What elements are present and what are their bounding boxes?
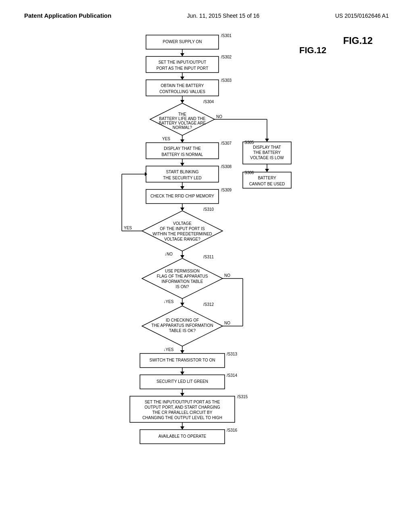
arrowhead-315-316 [180, 426, 184, 430]
label-s312: /S312 [203, 302, 214, 307]
label-s301: /S301 [221, 33, 232, 38]
arrowhead-312-313 [180, 350, 184, 353]
text-s310-4: VOLTAGE RANGE? [164, 237, 200, 241]
page-header: Patent Application Publication Jun. 11, … [0, 0, 413, 23]
arrowhead-301-302 [180, 53, 184, 56]
header-right: US 2015/0162646 A1 [335, 12, 389, 19]
text-output-2: OUTPUT PORT, AND START CHARGING [144, 405, 220, 409]
arrowhead-314-315 [180, 393, 184, 396]
arrowhead-310-311 [180, 255, 184, 258]
no-s312: NO [224, 321, 230, 325]
text-blinking-2: THE SECURITY LED [163, 176, 201, 180]
arrowhead-308-309 [180, 186, 184, 189]
label-s305: S305 [244, 140, 254, 145]
label-s311: /S311 [203, 255, 214, 259]
text-obtain-1: OBTAIN THE BATTERY [161, 83, 204, 88]
text-s311-4: IS ON? [176, 285, 189, 289]
text-s310-1: VOLTAGE [173, 221, 192, 226]
arrowhead-305-306 [265, 169, 269, 172]
text-s311-3: INFORMATION TABLE [162, 279, 203, 284]
text-voltage-low-2: THE BATTERY [253, 150, 281, 155]
text-power-supply: POWER SUPPLY ON [163, 39, 202, 44]
arrowhead-307-308 [180, 163, 184, 166]
diamond-s311 [142, 258, 223, 299]
text-obtain-2: CONTROLLING VALUES [159, 89, 205, 94]
text-s304-2: BATTERY LIFE AND THE [159, 116, 206, 121]
arrowhead-303-304 [180, 100, 184, 103]
text-switch: SWITCH THE TRANSISTOR TO ON [150, 358, 215, 362]
no-s310: ↓NO [165, 252, 173, 256]
label-s309: /S309 [221, 188, 232, 192]
arrowhead-309-310 [180, 208, 184, 211]
no-s311: NO [224, 273, 230, 278]
yes-s304: YES [162, 137, 170, 141]
text-output-1: SET THE INPUT/OUTPUT PORT AS THE [145, 400, 220, 404]
text-s310-3: WITHIN THE PREDETERMINED [152, 232, 212, 236]
yes-s311: ↓YES [163, 299, 173, 304]
text-cannot-1: BATTERY [258, 176, 276, 180]
label-s310: /S310 [203, 207, 214, 212]
label-s307: /S307 [221, 141, 232, 145]
diamond-s310 [142, 211, 223, 251]
text-output-4: CHANGING THE OUTPUT LEVEL TO HIGH [142, 416, 222, 420]
arrowhead-311-312 [180, 303, 184, 306]
label-s313: /S313 [227, 352, 238, 356]
text-voltage-low-3: VOLTAGE IS LOW [250, 156, 284, 160]
figure-label: FIG.12 [343, 35, 373, 46]
text-s312-3: TABLE IS OK? [169, 328, 196, 333]
label-s304: /S304 [203, 100, 214, 104]
arrowhead-no [265, 139, 269, 142]
label-s302: /S302 [221, 55, 232, 59]
text-set-input-1: SET THE INPUT/OUTPUT [159, 60, 206, 64]
label-s315: /S315 [237, 395, 248, 399]
text-s311-1: USE PERMISSION [165, 269, 200, 273]
label-s308: /S308 [221, 164, 232, 169]
text-display-normal-2: BATTERY IS NORMAL [162, 152, 203, 157]
text-voltage-low-1: DISPLAY THAT [253, 145, 281, 150]
text-s312-2: THE APPARATUS INFORMATION [151, 323, 213, 328]
flowchart-svg: POWER SUPPLY ON /S301 SET THE INPUT/OUTP… [65, 31, 348, 495]
label-s316: /S316 [227, 428, 238, 432]
label-s306: S306 [244, 170, 254, 175]
text-rfid: CHECK THE RFID CHIP MEMORY [150, 194, 214, 198]
text-output-3: THE CR PARALLEL CIRCUIT BY [152, 410, 213, 415]
label-s314: /S314 [227, 373, 238, 378]
text-led: SECURITY LED LIT GREEN [156, 379, 208, 384]
arrowhead-304-307 [180, 139, 184, 143]
fig-12-label: FIG.12 [299, 45, 326, 55]
text-s311-2: FLAG OF THE APPARATUS [157, 274, 208, 278]
diagram-area: FIG.12 POWER SUPPLY ON /S301 SET THE INP… [0, 23, 413, 503]
no-s304: NO [216, 114, 222, 119]
header-left: Patent Application Publication [24, 12, 111, 19]
text-s304-3: BATTERY VOLTAGE ARE [159, 121, 206, 125]
text-display-normal-1: DISPLAY THAT THE [164, 146, 201, 151]
text-s310-2: OF THE INPUT PORT IS [160, 227, 205, 231]
yes-s310: YES [124, 226, 132, 230]
arrowhead-302-303 [180, 77, 184, 80]
arrowhead-313-314 [180, 372, 184, 375]
text-cannot-2: CANNOT BE USED [249, 182, 285, 186]
text-available: AVAILABLE TO OPERATE [159, 434, 206, 438]
text-s312-1: ID CHECKING OF [166, 318, 199, 322]
text-s304-1: THE [178, 112, 186, 116]
text-s304-4: NORMAL? [173, 125, 192, 130]
label-s303: /S303 [221, 78, 232, 83]
text-blinking-1: START BLINKING [166, 170, 198, 174]
header-center: Jun. 11, 2015 Sheet 15 of 16 [187, 12, 260, 19]
yes-s312: ↓YES [163, 347, 173, 352]
text-set-input-2: PORT AS THE INPUT PORT [156, 66, 209, 71]
